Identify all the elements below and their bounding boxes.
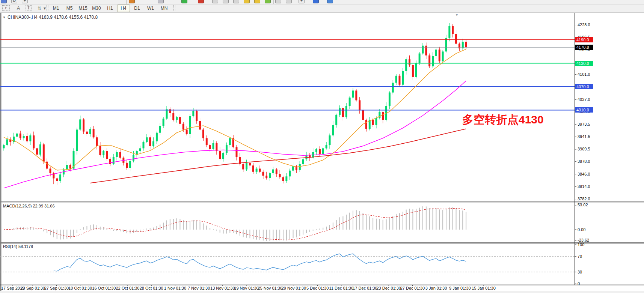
web-globe-icon[interactable] bbox=[313, 0, 319, 3]
price-axis-tick: 3909.5 bbox=[578, 147, 590, 152]
time-axis-label: 27 Sep 01:30 bbox=[44, 286, 69, 290]
price-axis-tick: 3878.0 bbox=[578, 159, 590, 164]
toolbar-splitter bbox=[173, 5, 175, 11]
zoom-icon[interactable]: O bbox=[11, 0, 17, 3]
macd-axis-tick: 53.02 bbox=[578, 203, 588, 207]
price-axis-tick: 3846.0 bbox=[578, 172, 590, 177]
chart-annotation: 多空转折点4130 bbox=[462, 112, 544, 128]
timeframe-button-m5[interactable]: M5 bbox=[63, 5, 76, 12]
grid-properties-icon[interactable]: F bbox=[2, 5, 10, 11]
timeframe-button-m15[interactable]: M15 bbox=[77, 5, 89, 12]
current-price-badge: 4170.8 bbox=[575, 45, 593, 50]
scroll-end-marker-icon[interactable]: ▼ bbox=[455, 13, 458, 17]
time-axis-label: 25 Nov 01:30 bbox=[258, 286, 282, 290]
price-axis-tick: 3782.0 bbox=[578, 197, 590, 201]
price-level-badge: 4070.0 bbox=[575, 84, 593, 89]
price-chart-svg[interactable] bbox=[0, 0, 644, 293]
time-axis-label: 23 Sep 01:30 bbox=[20, 286, 45, 290]
rsi-axis-tick: 30 bbox=[578, 270, 582, 275]
price-axis-tick: 4101.0 bbox=[578, 72, 590, 77]
time-axis-label: 16 Oct 01:30 bbox=[92, 286, 116, 290]
rsi-group bbox=[0, 254, 575, 272]
time-axis-label: 3 Jan 01:30 bbox=[425, 286, 447, 290]
toolbar-separator bbox=[209, 0, 209, 4]
timeframe-button-h4[interactable]: H4 bbox=[117, 5, 130, 12]
toolbar-splitter bbox=[47, 5, 48, 11]
window-bottom-strip bbox=[0, 291, 644, 293]
timeframe-button-h1[interactable]: H1 bbox=[104, 5, 116, 12]
rsi-axis-tick: 70 bbox=[578, 254, 582, 259]
price-axis-tick: 3973.5 bbox=[578, 122, 590, 127]
autotrading-play-icon[interactable] bbox=[181, 0, 187, 3]
arrow-styles-icon[interactable]: ⇅ bbox=[36, 5, 43, 11]
timeframe-button-m1[interactable]: M1 bbox=[50, 5, 62, 12]
add-indicator-icon[interactable]: + bbox=[299, 0, 305, 3]
tile-windows-icon[interactable] bbox=[212, 0, 218, 3]
stop-icon[interactable] bbox=[198, 0, 204, 3]
new-chart-icon[interactable]: + bbox=[22, 0, 28, 3]
time-axis-label: 1 Nov 01:30 bbox=[164, 286, 186, 290]
time-axis-label: 17 Dec 01:30 bbox=[353, 286, 377, 290]
rsi-axis-tick: 100 bbox=[578, 242, 584, 247]
time-axis-label: 23 Dec 01:30 bbox=[376, 286, 401, 290]
rsi-axis-tick: 0 bbox=[578, 281, 580, 286]
macd-indicator-label: MACD(12,26,9) 22.99 31.66 bbox=[3, 204, 55, 208]
mid-ma-magenta bbox=[4, 81, 466, 188]
price-level-badge: 4010.0 bbox=[575, 107, 593, 113]
price-axis-tick: 3814.0 bbox=[578, 184, 590, 189]
price-axis-tick: 4037.0 bbox=[578, 97, 590, 102]
price-level-badge: 4190.0 bbox=[575, 37, 593, 42]
chart-header: ▼CHINA300-,H4 4163.9 4178.6 4155.6 4170.… bbox=[3, 15, 98, 20]
time-axis-label: 13 Nov 01:30 bbox=[210, 286, 235, 290]
toolbar-separator bbox=[273, 0, 274, 4]
price-level-badge: 4130.0 bbox=[575, 61, 593, 66]
timeframe-button-d1[interactable]: D1 bbox=[131, 5, 143, 12]
new-order-icon[interactable] bbox=[129, 0, 135, 3]
wand-icon[interactable] bbox=[244, 0, 250, 3]
time-axis-label: 5 Dec 01:30 bbox=[306, 286, 329, 290]
time-axis-label: 22 Oct 01:30 bbox=[116, 286, 140, 290]
toolbar-separator bbox=[19, 0, 19, 4]
auto-scroll-icon[interactable] bbox=[286, 0, 292, 3]
time-axis-label: 10 Oct 01:30 bbox=[68, 286, 92, 290]
price-axis-tick: 3941.5 bbox=[578, 134, 590, 139]
time-axis-label: 11 Dec 01:30 bbox=[329, 286, 353, 290]
history-center-icon[interactable] bbox=[158, 0, 164, 3]
collapse-triangle-icon[interactable]: ▼ bbox=[3, 16, 6, 19]
toolbar-separator bbox=[296, 0, 296, 4]
data-table-icon[interactable] bbox=[327, 0, 333, 3]
text-frame-icon[interactable]: T bbox=[26, 5, 32, 11]
timeframe-button-w1[interactable]: W1 bbox=[144, 5, 157, 12]
text-a-icon[interactable]: A bbox=[15, 5, 22, 11]
symbol-ohlc-text: CHINA300-,H4 4163.9 4178.6 4155.6 4170.8 bbox=[8, 15, 98, 20]
brush-icon[interactable] bbox=[254, 0, 260, 3]
time-axis-label: 9 Jan 01:30 bbox=[449, 286, 471, 290]
chart-tools-toolbar: FAT⇅▾ M1M5M15M30H1H4D1W1MN bbox=[0, 5, 644, 13]
rsi-indicator-label: RSI(14) 58.1178 bbox=[3, 244, 33, 249]
time-axis-label: 27 Dec 01:30 bbox=[400, 286, 425, 290]
toolbar-separator bbox=[126, 0, 127, 4]
time-axis-label: 15 Jan 01:30 bbox=[472, 286, 496, 290]
macd-group bbox=[4, 206, 466, 241]
arrange-windows-icon[interactable] bbox=[233, 0, 239, 3]
time-axis-label: 28 Oct 01:30 bbox=[140, 286, 163, 290]
timeframe-button-mn[interactable]: MN bbox=[158, 5, 170, 12]
dropdown-caret-icon[interactable]: ▾ bbox=[43, 5, 47, 11]
chart-shift-icon[interactable] bbox=[275, 0, 281, 3]
chart-window-icon[interactable] bbox=[1, 0, 7, 3]
palette-icon[interactable] bbox=[265, 0, 271, 3]
cascade-windows-icon[interactable] bbox=[223, 0, 229, 3]
toolbar-separator bbox=[242, 0, 242, 4]
main-toolbar: O++ bbox=[0, 0, 644, 5]
price-axis-tick: 4228.0 bbox=[578, 23, 590, 27]
time-axis-label: 7 Nov 01:30 bbox=[188, 286, 210, 290]
timeframe-button-m30[interactable]: M30 bbox=[90, 5, 103, 12]
time-axis-label: 19 Nov 01:30 bbox=[234, 286, 258, 290]
macd-axis-tick: 0.00 bbox=[578, 227, 585, 232]
time-axis-label: 29 Nov 01:30 bbox=[282, 286, 306, 290]
